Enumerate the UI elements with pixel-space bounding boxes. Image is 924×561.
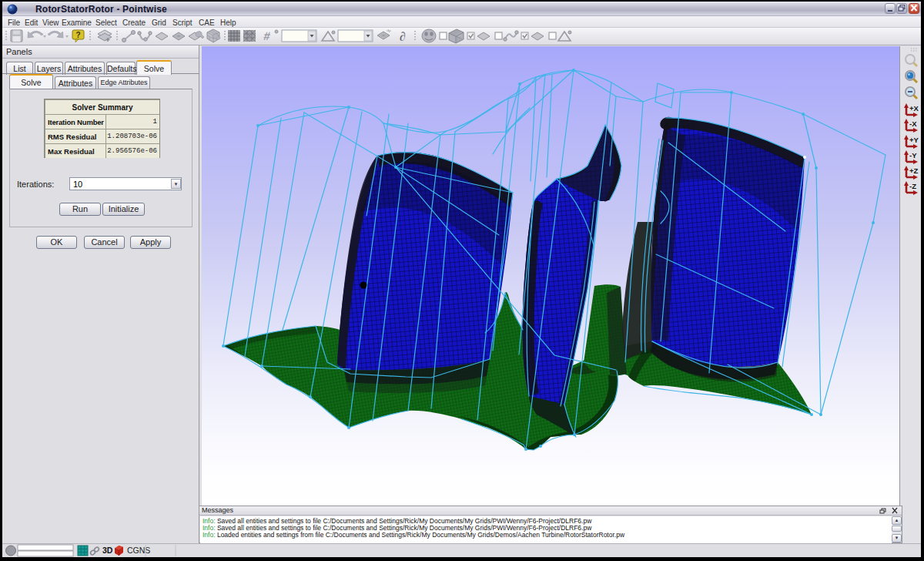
svg-text:CGNS: CGNS — [127, 546, 150, 555]
svg-text:+Y: +Y — [909, 136, 919, 144]
svg-text:?: ? — [75, 31, 80, 39]
svg-text:∂: ∂ — [400, 30, 406, 43]
svg-text:+Z: +Z — [909, 166, 919, 175]
svg-text:#: # — [263, 29, 271, 42]
svg-text:-Z: -Z — [909, 182, 916, 190]
svg-text:-Y: -Y — [909, 151, 917, 160]
svg-text:-X: -X — [909, 119, 917, 128]
svg-text:3D: 3D — [102, 546, 113, 555]
svg-text:+X: +X — [909, 104, 919, 113]
